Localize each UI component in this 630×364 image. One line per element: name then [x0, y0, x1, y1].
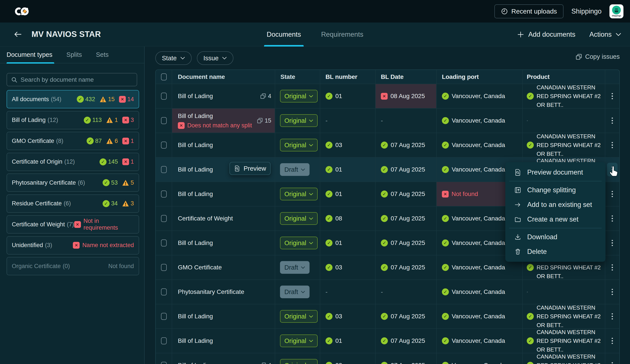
state-pill[interactable]: Original	[280, 212, 318, 225]
back-arrow-icon[interactable]	[14, 31, 22, 38]
state-pill[interactable]: Original	[280, 90, 318, 102]
document-type-name: GMO Certificate(8)	[12, 138, 64, 144]
chevron-down-icon	[180, 57, 185, 60]
copy-issues-button[interactable]: Copy issues	[576, 53, 620, 60]
chevron-down-icon	[309, 119, 313, 122]
actions-dropdown[interactable]: Actions	[589, 31, 621, 38]
document-type-name: All documents(54)	[12, 96, 62, 103]
row-checkbox[interactable]	[161, 362, 167, 364]
tab-documents[interactable]: Documents	[267, 22, 301, 46]
chevron-down-icon	[309, 242, 313, 244]
kebab-menu-button[interactable]	[607, 212, 618, 225]
menu-item-create-a-new-set[interactable]: Create a new set	[505, 212, 606, 227]
ok-check-icon: ✓	[442, 313, 449, 320]
warning-icon	[122, 200, 129, 207]
state-pill[interactable]: Original	[280, 188, 318, 200]
kebab-menu-button[interactable]	[607, 89, 618, 103]
kebab-menu-button[interactable]	[607, 236, 618, 250]
select-all-checkbox[interactable]	[161, 73, 167, 80]
row-checkbox[interactable]	[161, 288, 167, 295]
state-pill[interactable]: Original	[280, 237, 318, 249]
row-checkbox[interactable]	[161, 264, 167, 271]
bl-number: 01	[335, 190, 342, 197]
search-box[interactable]	[6, 73, 137, 86]
kebab-menu-button[interactable]	[607, 359, 618, 364]
chevron-down-icon	[301, 168, 305, 171]
state-pill[interactable]: Original	[280, 114, 318, 127]
state-pill[interactable]: Original	[280, 310, 318, 323]
error-x-icon: ✕	[122, 158, 129, 165]
issue-filter-dropdown[interactable]: Issue	[197, 51, 234, 65]
state-pill[interactable]: Draft	[280, 261, 310, 274]
product-cell: -	[523, 280, 605, 304]
sidebar-item-bill-of-lading[interactable]: Bill of Lading(12)✓1131✕3	[6, 111, 139, 129]
state-pill[interactable]: Original	[280, 139, 318, 151]
state-pill[interactable]: Draft	[280, 286, 310, 298]
ok-check-icon: ✓	[442, 362, 449, 364]
sidebar-item-phytosanitary-certificate[interactable]: Phytosanitary Certificate(6)✓535	[6, 174, 139, 192]
copies-icon	[257, 118, 263, 124]
avatar[interactable]: Shippingo	[610, 4, 624, 18]
loading-port: Vancouver, Canada	[452, 166, 505, 173]
chevron-down-icon	[309, 217, 313, 220]
chevron-down-icon	[309, 315, 313, 318]
sidebar-item-certificate-of-origin[interactable]: Certificate of Origin(12)✓145✕1	[6, 153, 139, 171]
state-filter-dropdown[interactable]: State	[155, 51, 192, 65]
menu-item-delete[interactable]: Delete	[505, 244, 606, 259]
sidebar-item-certificate-of-weight[interactable]: Certificate of Weight(7)✕Not in requirem…	[6, 215, 139, 234]
kebab-menu-button[interactable]	[607, 114, 618, 127]
bl-date-cell: ✓07 Aug 2025	[376, 182, 436, 206]
tab-requirements[interactable]: Requirements	[321, 22, 363, 46]
add-documents-button[interactable]: Add documents	[517, 31, 575, 38]
sidebar-tab-sets[interactable]: Sets	[96, 46, 108, 63]
menu-item-change-splitting[interactable]: Change splitting	[505, 183, 606, 197]
state-pill[interactable]: Original	[280, 335, 318, 347]
error-x-icon: ✕	[73, 242, 80, 249]
row-checkbox[interactable]	[161, 215, 167, 222]
menu-item-add-to-an-existing-set[interactable]: Add to an existing set	[505, 197, 606, 212]
ok-check-icon: ✓	[326, 337, 332, 344]
kebab-menu-button[interactable]	[607, 285, 618, 299]
row-checkbox[interactable]	[161, 166, 167, 173]
sidebar-tab-splits[interactable]: Splits	[66, 46, 82, 63]
menu-item-download[interactable]: Download	[505, 230, 606, 244]
preview-document-icon	[514, 169, 522, 176]
row-checkbox[interactable]	[161, 142, 167, 149]
kebab-menu-button[interactable]	[607, 261, 618, 274]
document-name-cell: GMO Certificate	[172, 255, 275, 280]
menu-divider	[509, 181, 602, 181]
document-type-count: (3)	[45, 242, 52, 248]
loading-port: Vancouver, Canada	[452, 264, 505, 271]
loading-port: Not found	[452, 190, 478, 197]
bl-date: 07 Aug 2025	[391, 190, 425, 197]
sidebar-item-all-documents[interactable]: All documents(54)✓43215✕14	[6, 90, 139, 108]
row-checkbox[interactable]	[161, 117, 167, 124]
sidebar-tab-document-types[interactable]: Document types	[6, 46, 52, 63]
row-checkbox[interactable]	[161, 93, 167, 100]
kebab-menu-button[interactable]	[607, 138, 618, 152]
state-pill[interactable]: Draft	[280, 163, 310, 176]
row-checkbox[interactable]	[161, 190, 167, 197]
product-cell: ✓CANADIAN WESTERN RED SPRING WHEAT #2 OR…	[523, 84, 605, 109]
row-checkbox[interactable]	[161, 239, 167, 246]
document-type-count: (8)	[56, 138, 64, 144]
preview-button[interactable]: Preview	[230, 162, 270, 175]
ok-check-icon: ✓	[326, 166, 332, 173]
row-checkbox[interactable]	[161, 313, 167, 320]
kebab-menu-button[interactable]	[607, 310, 618, 323]
menu-item-preview-document[interactable]: Preview document	[505, 165, 606, 180]
sidebar-item-unidentified[interactable]: Unidentified(3)✕Name not extracted	[6, 236, 139, 255]
warning-count: 3	[122, 200, 134, 207]
sidebar-item-residue-certificate[interactable]: Residue Certificate(6)✓343	[6, 194, 139, 213]
sidebar-item-gmo-certificate[interactable]: GMO Certificate(8)✓876✕1	[6, 132, 139, 150]
ok-check-icon: ✓	[326, 362, 332, 364]
sidebar-item-organic-certificate[interactable]: Organic Certificate(0)Not found	[6, 257, 139, 275]
search-input[interactable]	[20, 76, 133, 83]
menu-item-label: Preview document	[527, 169, 583, 176]
kebab-menu-button[interactable]	[607, 334, 618, 348]
document-name-cell: Bill of Lading	[172, 182, 275, 206]
state-pill[interactable]: Original	[280, 359, 318, 364]
kebab-menu-button[interactable]	[607, 187, 618, 201]
recent-uploads-button[interactable]: Recent uploads	[494, 4, 564, 18]
row-checkbox[interactable]	[161, 337, 167, 344]
